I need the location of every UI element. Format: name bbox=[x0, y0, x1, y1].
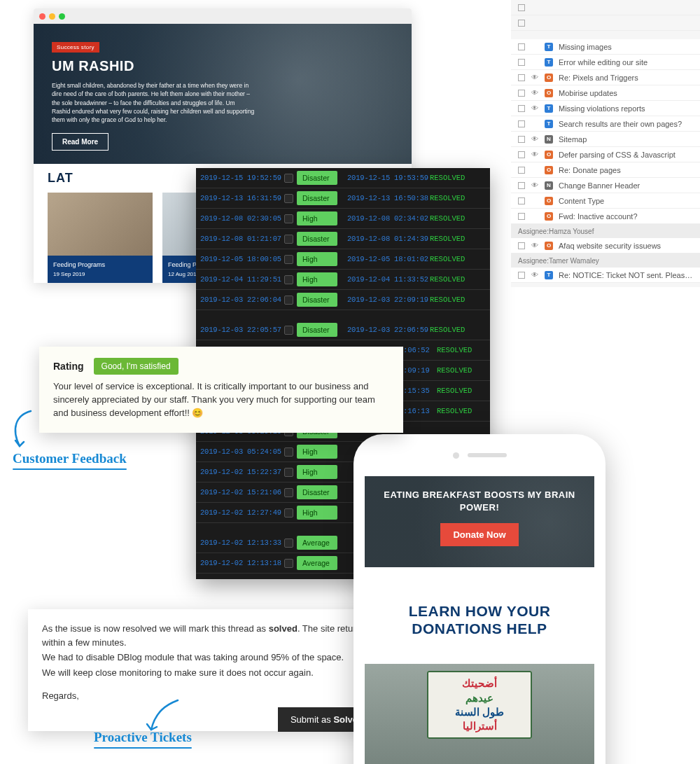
phone-heading: LEARN HOW YOUR DONATIONS HELP bbox=[382, 602, 578, 637]
ticket-row[interactable]: • O Fwd: Inactive account? bbox=[511, 209, 700, 224]
checkbox[interactable] bbox=[518, 120, 525, 127]
ticket-row-blank bbox=[511, 15, 700, 31]
ticket-row[interactable]: • O Re: Donate pages bbox=[511, 162, 700, 178]
log-row[interactable]: 2019-12-15 19:52:59 Disaster 2019-12-15 … bbox=[196, 168, 490, 188]
log-status: RESOLVED bbox=[430, 194, 479, 202]
log-row[interactable]: 2019-12-05 18:00:05 High 2019-12-05 18:0… bbox=[196, 249, 490, 270]
close-dot[interactable] bbox=[39, 13, 46, 20]
log-checkbox[interactable] bbox=[284, 174, 293, 183]
ticket-title: Re: NOTICE: Ticket NOT sent. Please subm… bbox=[559, 271, 696, 279]
max-dot[interactable] bbox=[59, 13, 65, 20]
checkbox[interactable] bbox=[518, 167, 525, 174]
ticket-title: Content Type bbox=[559, 197, 696, 205]
log-row[interactable]: 2019-12-03 22:06:04 Disaster 2019-12-03 … bbox=[196, 290, 490, 310]
ticket-row[interactable]: 👁 N Sitemap bbox=[511, 132, 700, 147]
phone-banner: أضحيتك عيدهم طول السنة أستراليا bbox=[365, 664, 594, 764]
priority-square: T bbox=[545, 120, 553, 128]
rating-label: Rating bbox=[53, 361, 84, 372]
ticket-row-blank bbox=[511, 0, 700, 15]
eye-icon: 👁 bbox=[531, 242, 539, 249]
phone-hero-text: EATING BREAKFAST BOOSTS MY BRAIN POWER! bbox=[382, 489, 578, 513]
log-checkbox[interactable] bbox=[284, 508, 293, 518]
checkbox[interactable] bbox=[518, 272, 525, 279]
ticket-row[interactable]: 👁 N Change Banner Header bbox=[511, 178, 700, 193]
speaker-icon bbox=[468, 453, 507, 457]
log-start: 2019-12-03 22:06:04 bbox=[200, 296, 284, 304]
checkbox[interactable] bbox=[518, 74, 525, 81]
priority-square: T bbox=[545, 43, 553, 51]
checkbox[interactable] bbox=[518, 182, 525, 189]
log-checkbox[interactable] bbox=[284, 539, 293, 548]
sign-board: أضحيتك عيدهم طول السنة أستراليا bbox=[427, 671, 532, 739]
min-dot[interactable] bbox=[49, 13, 55, 20]
ticket-title: Search results are their own pages? bbox=[559, 120, 696, 128]
checkbox[interactable] bbox=[518, 197, 525, 204]
log-row[interactable]: 2019-12-03 22:05:57 Disaster 2019-12-03 … bbox=[196, 320, 490, 340]
checkbox[interactable] bbox=[518, 90, 525, 97]
checkbox[interactable] bbox=[518, 20, 525, 27]
priority-pill: Disaster bbox=[297, 293, 337, 307]
priority-pill: Disaster bbox=[297, 485, 337, 499]
log-start: 2019-12-02 15:22:37 bbox=[200, 468, 284, 476]
ticket-row[interactable]: 👁 T Re: NOTICE: Ticket NOT sent. Please … bbox=[511, 268, 700, 283]
checkbox[interactable] bbox=[518, 59, 525, 66]
checkbox[interactable] bbox=[518, 213, 525, 220]
log-checkbox[interactable] bbox=[284, 326, 293, 335]
card-category: Feeding Programs bbox=[53, 261, 147, 268]
ticket-row[interactable]: • T Missing images bbox=[511, 39, 700, 55]
log-row[interactable]: 2019-12-13 16:31:59 Disaster 2019-12-13 … bbox=[196, 188, 490, 209]
ticket-title: Afaq website security issuews bbox=[559, 242, 696, 250]
log-checkbox[interactable] bbox=[284, 447, 293, 457]
log-end: 2019-12-04 11:33:52 bbox=[347, 275, 430, 284]
log-start: 2019-12-02 12:27:49 bbox=[200, 508, 284, 517]
phone-notch bbox=[354, 434, 606, 476]
checkbox[interactable] bbox=[518, 43, 525, 50]
ticket-row[interactable]: 👁 O Defer parsing of CSS & Javascript bbox=[511, 147, 700, 162]
card-1[interactable]: Feeding Programs 19 Sep 2019 bbox=[48, 193, 153, 283]
log-checkbox[interactable] bbox=[284, 296, 293, 305]
ticket-row[interactable]: 👁 O Mobirise updates bbox=[511, 85, 700, 101]
ticket-row[interactable]: • T Error while editing our site bbox=[511, 55, 700, 70]
ticket-row[interactable]: • O Content Type bbox=[511, 193, 700, 209]
log-start: 2019-12-02 12:13:18 bbox=[200, 559, 284, 567]
card-image bbox=[48, 193, 153, 256]
log-checkbox[interactable] bbox=[284, 488, 293, 497]
checkbox[interactable] bbox=[518, 105, 525, 112]
checkbox[interactable] bbox=[518, 151, 525, 158]
log-row[interactable]: 2019-12-08 02:30:05 High 2019-12-08 02:3… bbox=[196, 209, 490, 229]
eye-icon: 👁 bbox=[531, 271, 539, 279]
solved-line-1: As the issue is now resolved we will mar… bbox=[42, 622, 385, 649]
log-row[interactable]: 2019-12-08 01:21:07 Disaster 2019-12-08 … bbox=[196, 229, 490, 249]
log-row[interactable]: 2019-12-04 11:29:51 High 2019-12-04 11:3… bbox=[196, 270, 490, 290]
ticket-title: Sitemap bbox=[559, 135, 696, 144]
checkbox[interactable] bbox=[518, 4, 525, 11]
solved-line-2: We had to disable DBlog module that was … bbox=[42, 651, 385, 665]
log-checkbox[interactable] bbox=[284, 559, 293, 568]
donate-button[interactable]: Donate Now bbox=[440, 523, 518, 546]
hero-banner: Success story UM RASHID Eight small chil… bbox=[34, 24, 412, 164]
log-checkbox[interactable] bbox=[284, 214, 293, 223]
priority-pill: High bbox=[297, 465, 337, 479]
assignee-header: Assignee: Tamer Wamaley bbox=[511, 253, 700, 268]
rating-body: Your level of service is exceptional. It… bbox=[53, 380, 389, 420]
log-checkbox[interactable] bbox=[284, 194, 293, 203]
solved-regards: Regards, bbox=[42, 689, 385, 703]
hero-title: UM RASHID bbox=[52, 58, 393, 74]
read-more-button[interactable]: Read More bbox=[52, 133, 108, 151]
log-checkbox[interactable] bbox=[284, 235, 293, 244]
ticket-title: Defer parsing of CSS & Javascript bbox=[559, 151, 696, 159]
log-checkbox[interactable] bbox=[284, 255, 293, 264]
log-start: 2019-12-02 12:13:33 bbox=[200, 539, 284, 547]
ticket-row[interactable]: 👁 O Re: Pixels and Triggers bbox=[511, 70, 700, 85]
checkbox[interactable] bbox=[518, 242, 525, 249]
arrow-icon bbox=[8, 410, 36, 448]
log-checkbox[interactable] bbox=[284, 275, 293, 284]
checkbox[interactable] bbox=[518, 136, 525, 143]
log-checkbox[interactable] bbox=[284, 468, 293, 477]
ticket-row[interactable]: • T Search results are their own pages? bbox=[511, 116, 700, 132]
ticket-title: Re: Pixels and Triggers bbox=[559, 74, 696, 82]
ticket-row[interactable]: 👁 T Missing violations reports bbox=[511, 101, 700, 116]
ticket-row[interactable]: 👁 O Afaq website security issuews bbox=[511, 238, 700, 253]
tickets-panel: • T Missing images • T Error while editi… bbox=[511, 0, 700, 287]
priority-pill: Disaster bbox=[297, 191, 337, 205]
